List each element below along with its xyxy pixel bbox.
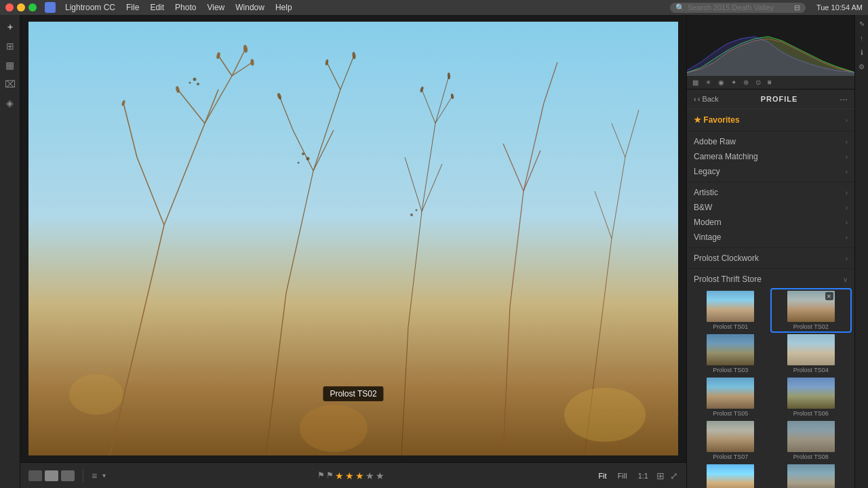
camera-matching-row[interactable]: Camera Matching › bbox=[687, 149, 854, 164]
grid-view-icon[interactable] bbox=[28, 470, 42, 481]
detail-tool[interactable]: ⊕ bbox=[741, 77, 751, 87]
prolost-clockwork-row[interactable]: Prolost Clockwork › bbox=[687, 251, 854, 266]
thumb-ts03-image bbox=[707, 334, 754, 365]
prolost-thrift-store-row[interactable]: Prolost Thrift Store ∨ bbox=[687, 272, 854, 287]
thumb-ts05-label: Prolost TS05 bbox=[713, 410, 748, 417]
thumb-ts04[interactable]: Prolost TS04 bbox=[772, 333, 851, 375]
fullscreen-button[interactable] bbox=[28, 3, 37, 12]
square-view-icon[interactable] bbox=[45, 470, 58, 481]
menu-file[interactable]: File bbox=[122, 3, 143, 12]
thumb-ts03[interactable]: Prolost TS03 bbox=[691, 333, 770, 375]
profile-header: ‹ ‹ Back PROFILE ··· bbox=[687, 89, 854, 109]
svg-point-55 bbox=[189, 82, 191, 84]
window-controls[interactable] bbox=[5, 3, 37, 12]
legacy-chevron-icon: › bbox=[846, 168, 848, 176]
settings-icon[interactable]: ⚙ bbox=[859, 63, 865, 70]
share-icon[interactable]: ↑ bbox=[860, 35, 863, 42]
profile-title: PROFILE bbox=[722, 95, 837, 103]
star-4[interactable]: ★ bbox=[366, 470, 374, 481]
single-view-icon[interactable] bbox=[61, 470, 75, 481]
camera-matching-chevron-icon: › bbox=[846, 153, 848, 161]
modern-row[interactable]: Modern › bbox=[687, 215, 854, 230]
menu-help[interactable]: Help bbox=[271, 3, 296, 12]
thumb-ts05[interactable]: Prolost TS05 bbox=[691, 376, 770, 418]
histogram-tool[interactable]: ▦ bbox=[690, 77, 701, 87]
star-5[interactable]: ★ bbox=[376, 470, 384, 481]
histogram bbox=[687, 15, 854, 76]
grid-tool-icon[interactable]: ⊞ bbox=[3, 39, 17, 53]
adobe-raw-label: Adobe Raw bbox=[694, 137, 736, 146]
minimize-button[interactable] bbox=[17, 3, 25, 12]
search-input[interactable] bbox=[688, 3, 791, 12]
svg-point-58 bbox=[298, 162, 300, 164]
star-3[interactable]: ★ bbox=[355, 470, 364, 481]
close-button[interactable] bbox=[5, 3, 14, 12]
star-2[interactable]: ★ bbox=[345, 470, 354, 481]
info-icon[interactable]: ℹ bbox=[861, 49, 863, 56]
vintage-row[interactable]: Vintage › bbox=[687, 230, 854, 245]
photo-tooltip: Prolost TS02 bbox=[323, 386, 383, 401]
modern-chevron-icon: › bbox=[846, 219, 848, 226]
thumb-ts04-image bbox=[787, 334, 835, 365]
menu-window[interactable]: Window bbox=[231, 3, 269, 12]
thumb-ts02-image: ✕ bbox=[787, 291, 835, 322]
menu-photo[interactable]: Photo bbox=[171, 3, 200, 12]
thumbnail-grid: Prolost TS01 ✕ Prolost TS02 bbox=[687, 287, 854, 488]
panel-toolbar: ▦ ☀ ◉ ✦ ⊕ ⊙ ≡ bbox=[687, 76, 854, 89]
zoom-icon[interactable]: ⊞ bbox=[656, 470, 665, 481]
legacy-row[interactable]: Legacy › bbox=[687, 164, 854, 179]
flag-icon[interactable]: ⚑ bbox=[317, 470, 325, 481]
adobe-raw-row[interactable]: Adobe Raw › bbox=[687, 134, 854, 149]
light-tool[interactable]: ☀ bbox=[703, 77, 714, 87]
favorites-row[interactable]: ★ Favorites › bbox=[687, 112, 854, 128]
thumb-ts02[interactable]: ✕ Prolost TS02 bbox=[772, 289, 851, 331]
svg-point-57 bbox=[307, 157, 310, 161]
zoom-fit-button[interactable]: Fit bbox=[595, 470, 609, 481]
divider-1 bbox=[83, 469, 83, 483]
raw-groups-section: Adobe Raw › Camera Matching › Legacy › bbox=[687, 131, 854, 182]
thumb-ts05-image bbox=[707, 378, 754, 409]
filter-tool-icon[interactable]: ◈ bbox=[3, 96, 17, 110]
menu-view[interactable]: View bbox=[203, 3, 229, 12]
optics-tool[interactable]: ⊙ bbox=[753, 77, 764, 87]
right-panel: ▦ ☀ ◉ ✦ ⊕ ⊙ ≡ ‹ ‹ Back PROFILE ··· ★ Fa bbox=[686, 15, 854, 488]
menu-edit[interactable]: Edit bbox=[146, 3, 168, 12]
expand-icon[interactable]: ⤢ bbox=[670, 470, 678, 481]
back-button[interactable]: ‹ ‹ Back bbox=[694, 95, 719, 103]
bottom-bar: ≡ ▾ ⚑ ⚑ ★ ★ ★ ★ ★ Fit Fill 1:1 ⊞ ⤢ bbox=[20, 462, 686, 488]
back-label: ‹ Back bbox=[698, 95, 719, 103]
add-tool-icon[interactable]: ＋ bbox=[3, 20, 17, 34]
profile-tool[interactable]: ≡ bbox=[765, 77, 774, 87]
thumb-ts08[interactable]: Prolost TS08 bbox=[772, 420, 851, 462]
star-rating: ⚑ ⚑ ★ ★ ★ ★ ★ bbox=[317, 470, 384, 481]
thumb-ts06[interactable]: Prolost TS06 bbox=[772, 376, 851, 418]
thumb-ts09[interactable]: Prolost TS09 bbox=[691, 463, 770, 488]
thumb-ts10[interactable]: Prolost TS10 bbox=[772, 463, 851, 488]
menu-lightroom[interactable]: Lightroom CC bbox=[61, 3, 119, 12]
thumb-ts01[interactable]: Prolost TS01 bbox=[691, 289, 770, 331]
star-1[interactable]: ★ bbox=[335, 470, 344, 481]
flag-icon-2[interactable]: ⚑ bbox=[326, 470, 334, 481]
photo-container: Prolost TS02 bbox=[20, 15, 686, 462]
zoom-fill-button[interactable]: Fill bbox=[615, 470, 630, 481]
app-icon bbox=[45, 2, 56, 13]
thumb-ts07[interactable]: Prolost TS07 bbox=[691, 420, 770, 462]
color-tool[interactable]: ◉ bbox=[715, 77, 727, 87]
artistic-row[interactable]: Artistic › bbox=[687, 185, 854, 200]
sort-icon[interactable]: ≡ bbox=[92, 470, 97, 481]
bw-label: B&W bbox=[694, 203, 712, 212]
filmstrip-tool-icon[interactable]: ▦ bbox=[3, 58, 17, 72]
more-options-button[interactable]: ··· bbox=[840, 94, 848, 104]
menubar-time: Tue 10:54 AM bbox=[816, 3, 863, 12]
zoom-1to1-button[interactable]: 1:1 bbox=[635, 470, 651, 481]
search-bar[interactable]: 🔍 ⊟ bbox=[670, 3, 806, 13]
left-toolbar: ＋ ⊞ ▦ ⌧ ◈ bbox=[0, 15, 20, 488]
effects-tool[interactable]: ✦ bbox=[728, 77, 739, 87]
prolost-thrift-store-label: Prolost Thrift Store bbox=[694, 274, 762, 284]
crop-tool-icon[interactable]: ⌧ bbox=[3, 77, 17, 91]
svg-point-56 bbox=[302, 152, 304, 155]
edit-icon[interactable]: ✎ bbox=[859, 20, 865, 28]
bw-row[interactable]: B&W › bbox=[687, 200, 854, 215]
thumb-ts07-image bbox=[707, 421, 754, 452]
sort-chevron-icon[interactable]: ▾ bbox=[102, 472, 106, 479]
